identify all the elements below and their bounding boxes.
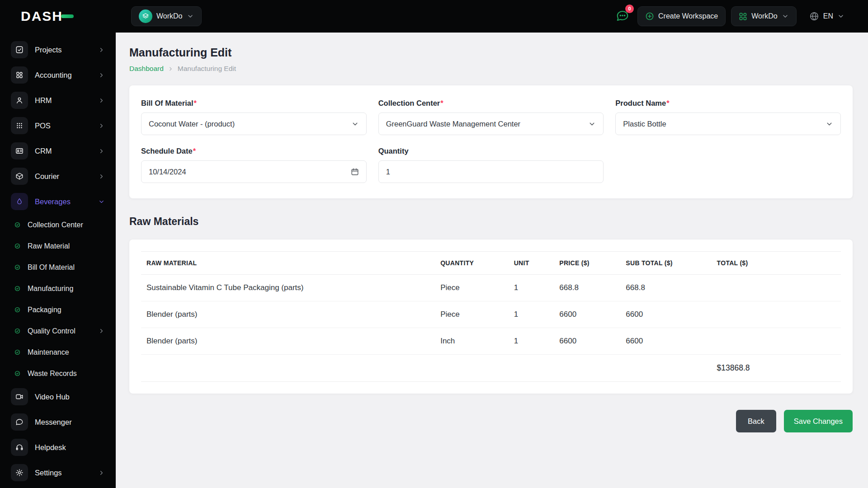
calendar-icon (351, 168, 359, 176)
cell-price: 6600 (554, 328, 620, 355)
messenger-icon (11, 413, 28, 431)
plus-circle-icon (645, 12, 654, 21)
courier-icon (11, 168, 28, 185)
sidebar-subitem-maintenance[interactable]: Maintenance (0, 342, 116, 363)
cell-sub-total: 6600 (620, 328, 711, 355)
sidebar-subitem-label: Quality Control (28, 327, 98, 335)
sidebar-item-label: CRM (35, 147, 98, 155)
sidebar-item-video-hub[interactable]: Video Hub (0, 384, 116, 409)
required-mark: * (440, 99, 443, 107)
cell-unit: 1 (509, 301, 554, 328)
cell-quantity: Piece (435, 301, 509, 328)
breadcrumb-separator-icon (168, 66, 174, 72)
sidebar-subitem-waste-records[interactable]: Waste Records (0, 363, 116, 384)
workdo-menu-label: WorkDo (751, 12, 778, 20)
chevron-right-icon (98, 72, 105, 79)
sidebar: Projects Accounting HRM POS CRM Courier (0, 33, 116, 488)
manufacturing-form-card: Bill Of Material* Coconut Water - (produ… (129, 85, 853, 198)
table-row: Blender (parts) Piece 1 6600 6600 (141, 301, 841, 328)
bill-of-material-select[interactable]: Coconut Water - (product) (141, 113, 367, 135)
sidebar-item-projects[interactable]: Projects (0, 37, 116, 62)
cell-quantity: Inch (435, 328, 509, 355)
circle-check-icon (14, 307, 20, 313)
workdo-menu-button[interactable]: WorkDo (731, 6, 797, 26)
video-hub-icon (11, 388, 28, 405)
field-label: Collection Center* (378, 99, 604, 108)
raw-materials-section-title: Raw Materials (129, 216, 853, 228)
chevron-down-icon (588, 120, 596, 128)
hrm-icon (11, 92, 28, 109)
col-header-unit: UNIT (509, 252, 554, 275)
schedule-date-wrap (141, 160, 367, 183)
chevron-down-icon (782, 13, 789, 20)
breadcrumb: Dashboard Manufacturing Edit (129, 65, 853, 73)
sidebar-item-beverages[interactable]: Beverages (0, 189, 116, 214)
sidebar-subitem-quality-control[interactable]: Quality Control (0, 320, 116, 342)
create-workspace-button[interactable]: Create Workspace (637, 6, 726, 26)
sidebar-item-label: Video Hub (35, 393, 105, 401)
sidebar-item-settings[interactable]: Settings (0, 460, 116, 485)
raw-materials-table: RAW MATERIAL QUANTITY UNIT PRICE ($) SUB… (141, 251, 841, 382)
circle-check-icon (14, 349, 20, 355)
workspace-switcher[interactable]: WorkDo (131, 6, 202, 26)
cell-sub-total: 668.8 (620, 275, 711, 301)
chevron-right-icon (98, 148, 105, 155)
table-total-row: $13868.8 (141, 355, 841, 382)
sidebar-subitem-label: Manufacturing (28, 285, 105, 293)
product-name-value: Plastic Bottle (623, 120, 666, 128)
brand-logo[interactable]: DASH (21, 9, 74, 24)
field-product-name: Product Name* Plastic Bottle (615, 99, 841, 135)
cell-total (712, 328, 841, 355)
cell-price: 668.8 (554, 275, 620, 301)
field-collection-center: Collection Center* GreenGuard Waste Mana… (378, 99, 604, 135)
chevron-right-icon (98, 328, 105, 334)
sidebar-subitem-label: Maintenance (28, 348, 105, 357)
col-header-raw-material: RAW MATERIAL (141, 252, 435, 275)
table-header-row: RAW MATERIAL QUANTITY UNIT PRICE ($) SUB… (141, 252, 841, 275)
col-header-quantity: QUANTITY (435, 252, 509, 275)
field-label: Product Name* (615, 99, 841, 108)
crm-icon (11, 142, 28, 160)
language-label: EN (823, 12, 833, 20)
sidebar-subitem-raw-material[interactable]: Raw Material (0, 235, 116, 257)
helpdesk-icon (11, 439, 28, 456)
breadcrumb-dashboard-link[interactable]: Dashboard (129, 65, 164, 73)
sidebar-item-pos[interactable]: POS (0, 113, 116, 138)
bill-of-material-value: Coconut Water - (product) (149, 120, 235, 128)
quantity-input[interactable] (386, 161, 596, 183)
cell-total (712, 301, 841, 328)
grid-icon (739, 12, 747, 21)
sidebar-subitem-manufacturing[interactable]: Manufacturing (0, 278, 116, 299)
sidebar-item-hrm[interactable]: HRM (0, 88, 116, 113)
save-changes-button[interactable]: Save Changes (784, 410, 853, 432)
messages-button[interactable]: 0 (613, 6, 632, 27)
sidebar-item-label: Projects (35, 46, 98, 54)
field-label: Quantity (378, 147, 604, 155)
grand-total-value: $13868.8 (712, 355, 841, 382)
brand-logo-dash (61, 14, 74, 18)
globe-icon (809, 11, 819, 21)
sidebar-subitem-collection-center[interactable]: Collection Center (0, 214, 116, 235)
beverages-icon (11, 193, 28, 210)
language-selector[interactable]: EN (802, 6, 852, 26)
schedule-date-input[interactable] (149, 161, 346, 183)
circle-check-icon (14, 243, 20, 249)
sidebar-item-crm[interactable]: CRM (0, 138, 116, 164)
collection-center-select[interactable]: GreenGuard Waste Management Center (378, 113, 604, 135)
sidebar-item-label: Beverages (35, 197, 98, 206)
product-name-select[interactable]: Plastic Bottle (615, 113, 841, 135)
sidebar-item-messenger[interactable]: Messenger (0, 409, 116, 435)
sidebar-item-courier[interactable]: Courier (0, 164, 116, 189)
sidebar-item-helpdesk[interactable]: Helpdesk (0, 435, 116, 460)
back-button[interactable]: Back (736, 410, 776, 432)
sidebar-item-accounting[interactable]: Accounting (0, 62, 116, 88)
cell-unit: 1 (509, 328, 554, 355)
chevron-down-icon (187, 13, 194, 20)
chevron-right-icon (98, 47, 105, 53)
sidebar-subitem-packaging[interactable]: Packaging (0, 299, 116, 320)
required-mark: * (194, 99, 197, 107)
cell-raw-material: Sustainable Vitamin C Tube Packaging (pa… (141, 275, 435, 301)
sidebar-item-label: HRM (35, 96, 98, 105)
brand-logo-text: DASH (21, 9, 63, 24)
sidebar-subitem-bill-of-material[interactable]: Bill Of Material (0, 257, 116, 278)
